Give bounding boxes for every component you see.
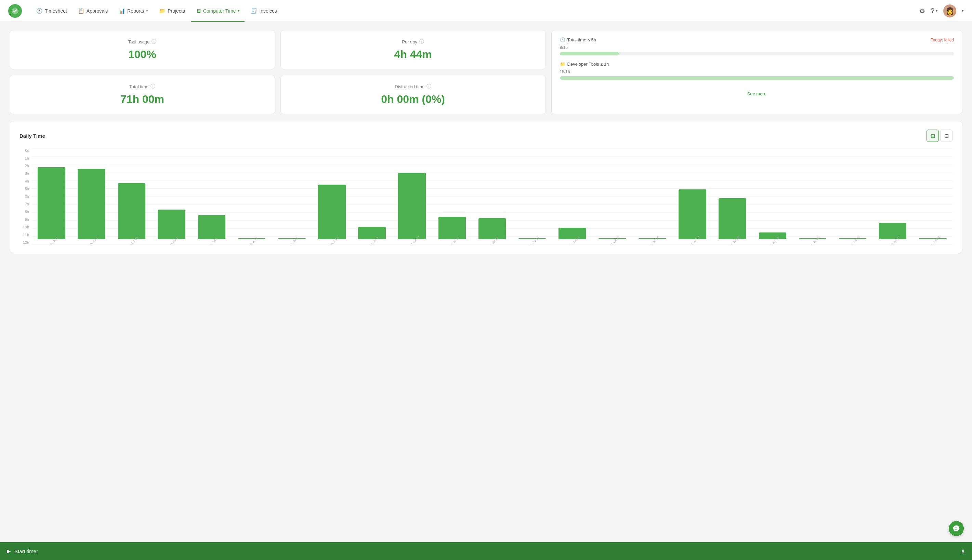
bar-col[interactable]: Tue, Jul 23: [913, 238, 952, 245]
computer-time-dropdown-icon: ▾: [238, 8, 240, 13]
goals-card: 🕐 Total time ≤ 5h Today: failed 8/15 📁 D…: [551, 30, 962, 114]
bar: [398, 173, 426, 239]
logo[interactable]: [8, 4, 22, 18]
bar-col[interactable]: Mon, Jul 8: [312, 185, 352, 245]
tool-usage-info-icon[interactable]: ⓘ: [152, 38, 156, 45]
bar-col[interactable]: Fri, Jul 19: [753, 232, 792, 245]
bar-col[interactable]: Thu, Jul 11: [432, 217, 472, 245]
chart-bar-view-button[interactable]: ⊞: [927, 130, 939, 142]
avatar-dropdown-icon[interactable]: ▾: [962, 8, 964, 13]
bar-label: Sat, Jul 13: [527, 236, 540, 245]
help-icon: ?: [930, 7, 934, 15]
goal-total-time-progress-fill: [560, 52, 619, 55]
goal-total-time-title: 🕐 Total time ≤ 5h: [560, 37, 596, 42]
bar-col[interactable]: Tue, Jul 2: [72, 169, 111, 245]
chart-bars-row: Mon, Jul 1Tue, Jul 2Wed, Jul 3Thu, Jul 4…: [32, 149, 952, 245]
chart-view-buttons: ⊞ ⊟: [927, 130, 952, 142]
bar-col[interactable]: Wed, Jul 10: [392, 173, 432, 245]
projects-icon: 📁: [159, 8, 165, 14]
main-content: Tool usage ⓘ 100% Total time ⓘ 71h 00m P…: [0, 22, 972, 294]
bar-col[interactable]: Sat, Jul 20: [793, 238, 832, 245]
goal-total-time: 🕐 Total time ≤ 5h Today: failed 8/15: [560, 37, 954, 55]
bar-col[interactable]: Fri, Jul 12: [472, 218, 512, 245]
bar-col[interactable]: Sat, Jul 13: [513, 238, 552, 245]
y-axis-label: 11h: [20, 233, 29, 237]
nav-item-invoices[interactable]: 🧾 Invoices: [246, 0, 282, 22]
y-axis-label: 12h: [20, 241, 29, 245]
bar-col[interactable]: Wed, Jul 17: [673, 189, 712, 245]
bar: [198, 215, 226, 239]
goal-developer-tools-progress-fill: [560, 76, 954, 80]
goal-developer-tools-title: 📁 Developer Tools ≤ 1h: [560, 62, 609, 67]
bar-col[interactable]: Mon, Jul 1: [32, 167, 71, 245]
y-axis-label: 1h: [20, 157, 29, 160]
folder-icon: 📁: [560, 62, 565, 67]
chart-y-axis: 12h11h10h9h8h7h6h5h4h3h2h1h0s: [20, 149, 32, 245]
goal-total-time-status: Today: failed: [931, 38, 954, 42]
bar: [639, 238, 666, 239]
bar: [519, 238, 546, 239]
bar-col[interactable]: Wed, Jul 3: [112, 183, 151, 245]
metric-total-time: Total time ⓘ 71h 00m: [10, 75, 275, 114]
nav-item-timesheet[interactable]: 🕐 Timesheet: [32, 0, 72, 22]
distracted-time-info-icon[interactable]: ⓘ: [427, 83, 431, 90]
help-button[interactable]: ? ▾: [930, 7, 938, 15]
nav-right: ⚙ ? ▾ 👩 ▾: [919, 5, 964, 17]
bar-col[interactable]: Sun, Jul 14: [553, 228, 592, 245]
bar-label: Tue, Jul 16: [647, 235, 660, 245]
bar: [78, 169, 105, 239]
bar-col[interactable]: Tue, Jul 16: [633, 238, 672, 245]
metric-distracted-time-value: 0h 00m (0%): [381, 93, 445, 106]
metric-distracted-time: Distracted time ⓘ 0h 00m (0%): [280, 75, 546, 114]
goal-total-time-progress-bar: [560, 52, 954, 55]
bar-col[interactable]: Mon, Jul 22: [873, 223, 912, 245]
nav-item-projects[interactable]: 📁 Projects: [154, 0, 190, 22]
approvals-icon: 📋: [78, 8, 85, 14]
bar-col[interactable]: Sat, Jul 6: [232, 238, 272, 245]
timesheet-icon: 🕐: [36, 8, 43, 14]
bar: [599, 238, 626, 239]
bar-col[interactable]: Sun, Jul 21: [833, 238, 872, 245]
bar: [38, 167, 65, 239]
bar-chart-container: 12h11h10h9h8h7h6h5h4h3h2h1h0s Mon, Jul 1…: [20, 149, 952, 245]
y-axis-label: 0s: [20, 149, 29, 152]
reports-icon: 📊: [119, 8, 125, 14]
total-time-info-icon[interactable]: ⓘ: [150, 83, 155, 90]
bar: [478, 218, 506, 239]
bar: [118, 183, 146, 239]
see-more-link[interactable]: See more: [747, 91, 767, 97]
bar-col[interactable]: Sun, Jul 7: [272, 238, 312, 245]
bar-col[interactable]: Mon, Jul 15: [593, 238, 632, 245]
bar-col[interactable]: Fri, Jul 5: [192, 215, 232, 245]
metric-total-time-value: 71h 00m: [120, 93, 164, 106]
y-axis-label: 6h: [20, 195, 29, 198]
nav-item-reports[interactable]: 📊 Reports ▾: [114, 0, 153, 22]
chart-card: Daily Time ⊞ ⊟ 12h11h10h9h8h7h6h5h4h3h2h…: [10, 121, 962, 253]
y-axis-label: 8h: [20, 210, 29, 214]
nav-item-computer-time[interactable]: 🖥 Computer Time ▾: [191, 0, 245, 22]
chart-grid-view-button[interactable]: ⊟: [940, 130, 952, 142]
bar-label: Tue, Jul 23: [927, 235, 940, 245]
bar: [278, 238, 306, 239]
metric-tool-usage-value: 100%: [128, 48, 156, 61]
bar-col[interactable]: Tue, Jul 9: [352, 227, 392, 245]
bar-col[interactable]: Thu, Jul 18: [713, 198, 752, 245]
avatar[interactable]: 👩: [943, 5, 956, 17]
goal-developer-tools-count: 15/15: [560, 69, 954, 74]
bar-chart-icon: ⊞: [930, 133, 935, 139]
y-axis-label: 3h: [20, 172, 29, 175]
goal-total-time-count: 8/15: [560, 45, 954, 50]
chart-title: Daily Time: [20, 133, 45, 139]
bar-col[interactable]: Thu, Jul 4: [152, 210, 191, 245]
bar: [238, 238, 266, 239]
nav-item-approvals[interactable]: 📋 Approvals: [73, 0, 113, 22]
bar-label: Sat, Jul 20: [807, 236, 820, 245]
settings-button[interactable]: ⚙: [919, 7, 925, 15]
bar-label: Mon, Jul 15: [607, 235, 620, 245]
y-axis-label: 10h: [20, 225, 29, 229]
per-day-info-icon[interactable]: ⓘ: [419, 38, 424, 45]
y-axis-label: 2h: [20, 164, 29, 168]
metric-per-day-label: Per day ⓘ: [402, 38, 424, 45]
bar: [679, 189, 706, 239]
goal-developer-tools: 📁 Developer Tools ≤ 1h 15/15: [560, 62, 954, 80]
